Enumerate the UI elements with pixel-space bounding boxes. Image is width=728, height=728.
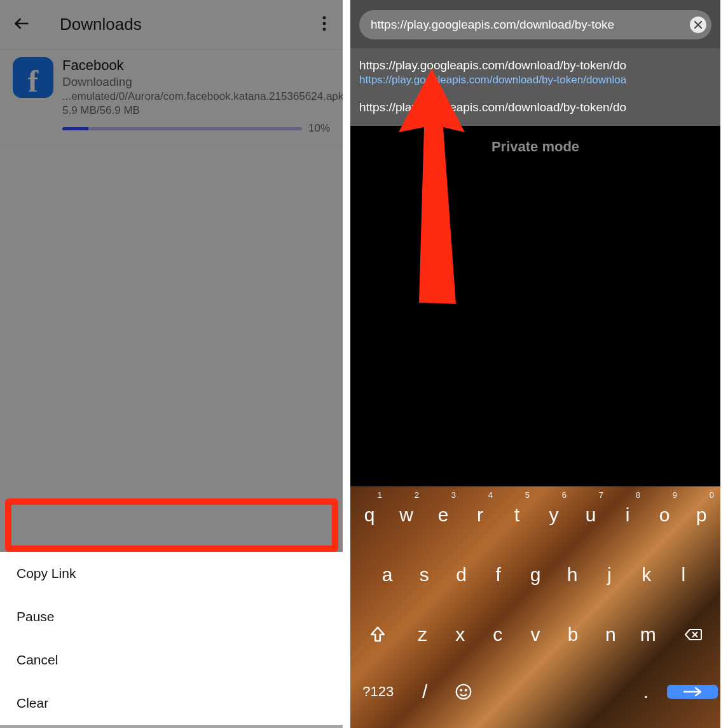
more-icon[interactable] — [322, 16, 326, 34]
key-h[interactable]: h — [556, 549, 589, 601]
numbers-key[interactable]: ?123 — [353, 683, 404, 700]
svg-point-0 — [323, 16, 326, 19]
key-c[interactable]: c — [481, 608, 514, 661]
suggestion-1-url: https://play.googleapis.com/download/by-… — [359, 74, 711, 86]
download-item[interactable]: f Facebook Downloading ...emulated/0/Aur… — [0, 50, 343, 144]
download-info: Facebook Downloading ...emulated/0/Auror… — [62, 57, 330, 135]
download-app-name: Facebook — [62, 57, 330, 74]
back-icon[interactable] — [13, 15, 31, 35]
key-j[interactable]: j — [593, 549, 626, 601]
suggestion-1[interactable]: https://play.googleapis.com/download/by-… — [359, 58, 711, 86]
key-v[interactable]: v — [518, 608, 552, 661]
suggestion-2[interactable]: https://play.googleapis.com/download/by-… — [359, 100, 711, 114]
key-z[interactable]: z — [406, 608, 439, 661]
keyboard-row-3: zxcvbnm — [353, 608, 718, 661]
sheet-copy-link[interactable]: Copy Link — [0, 552, 343, 595]
sheet-separator — [0, 725, 343, 728]
download-path: ...emulated/0/Aurora/com.facebook.katana… — [62, 90, 330, 103]
downloads-header: Downloads — [0, 0, 343, 50]
left-screenshot: Downloads f Facebook Downloading ...emul… — [0, 0, 350, 728]
svg-point-4 — [457, 685, 471, 699]
key-g[interactable]: g — [519, 549, 552, 601]
sheet-pause[interactable]: Pause — [0, 595, 343, 638]
page-title: Downloads — [60, 15, 142, 34]
key-n[interactable]: n — [594, 608, 628, 661]
svg-point-1 — [323, 22, 326, 25]
svg-point-6 — [465, 690, 467, 691]
svg-point-2 — [323, 27, 326, 31]
key-a[interactable]: a — [371, 549, 404, 601]
slash-key[interactable]: / — [408, 681, 443, 703]
right-screenshot: https://play.googleapis.com/download/by-… — [350, 0, 720, 728]
private-mode-label: Private mode — [350, 139, 720, 155]
key-s[interactable]: s — [408, 549, 441, 601]
go-key[interactable] — [667, 685, 718, 699]
facebook-icon: f — [13, 57, 53, 98]
progress-percent: 10% — [308, 122, 330, 135]
suggestions-panel: https://play.googleapis.com/download/by-… — [350, 48, 720, 126]
key-o[interactable]: o9 — [648, 489, 681, 541]
keyboard: q1w2e3r4t5y6u7i8o9p0 asdfghjkl zxcvbnm ?… — [350, 486, 720, 728]
progress-bar — [62, 127, 302, 130]
key-d[interactable]: d — [444, 549, 477, 601]
key-r[interactable]: r4 — [464, 489, 497, 541]
keyboard-row-1: q1w2e3r4t5y6u7i8o9p0 — [353, 489, 718, 541]
key-k[interactable]: k — [630, 549, 663, 601]
download-status: Downloading — [62, 75, 330, 89]
key-w[interactable]: w2 — [390, 489, 423, 541]
clear-url-icon[interactable] — [690, 17, 706, 33]
emoji-key[interactable] — [446, 682, 481, 701]
key-p[interactable]: p0 — [685, 489, 718, 541]
backspace-key[interactable] — [669, 608, 718, 661]
url-bar[interactable]: https://play.googleapis.com/download/by-… — [359, 10, 711, 39]
progress-fill — [62, 127, 88, 130]
key-i[interactable]: i8 — [611, 489, 644, 541]
shift-key[interactable] — [353, 608, 402, 661]
suggestion-1-text: https://play.googleapis.com/download/by-… — [359, 58, 711, 72]
key-y[interactable]: y6 — [537, 489, 570, 541]
key-x[interactable]: x — [443, 608, 477, 661]
dot-key[interactable]: . — [628, 681, 663, 703]
download-size: 5.9 MB/56.9 MB — [62, 104, 330, 117]
key-b[interactable]: b — [556, 608, 590, 661]
key-l[interactable]: l — [667, 549, 700, 601]
sheet-clear[interactable]: Clear — [0, 682, 343, 725]
key-q[interactable]: q1 — [353, 489, 386, 541]
keyboard-row-2: asdfghjkl — [353, 549, 718, 601]
bottom-sheet: Copy Link Pause Cancel Clear — [0, 552, 343, 728]
key-f[interactable]: f — [482, 549, 515, 601]
url-bar-area: https://play.googleapis.com/download/by-… — [350, 0, 720, 48]
key-t[interactable]: t5 — [500, 489, 533, 541]
svg-point-5 — [460, 690, 462, 691]
key-u[interactable]: u7 — [574, 489, 607, 541]
keyboard-row-4: ?123 / . — [353, 668, 718, 715]
progress-row: 10% — [62, 122, 330, 135]
url-text: https://play.googleapis.com/download/by-… — [371, 18, 690, 32]
key-e[interactable]: e3 — [427, 489, 460, 541]
sheet-cancel[interactable]: Cancel — [0, 638, 343, 682]
suggestion-2-text: https://play.googleapis.com/download/by-… — [359, 100, 711, 114]
key-m[interactable]: m — [631, 608, 665, 661]
